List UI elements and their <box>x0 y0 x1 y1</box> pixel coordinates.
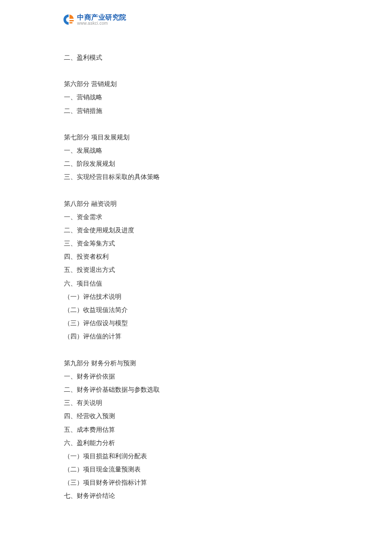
logo-text: 中商产业研究院 www.askci.com <box>77 14 127 26</box>
logo-icon <box>62 13 75 26</box>
table-of-contents: 二、盈利模式 第六部分 营销规划 一、营销战略 二、营销措施 第七部分 项目发展… <box>64 51 328 503</box>
toc-item: 七、财务评价结论 <box>64 489 328 503</box>
toc-item: 二、营销措施 <box>64 104 328 118</box>
toc-item: 三、资金筹集方式 <box>64 237 328 250</box>
toc-item: 一、财务评价依据 <box>64 370 328 383</box>
toc-sub-item: （三）评估假设与模型 <box>64 317 328 330</box>
toc-item: 一、发展战略 <box>64 144 328 157</box>
logo-title: 中商产业研究院 <box>77 14 127 21</box>
logo-url: www.askci.com <box>77 21 127 26</box>
header-logo: 中商产业研究院 www.askci.com <box>62 13 127 26</box>
toc-item: 三、有关说明 <box>64 396 328 410</box>
toc-item: 四、投资者权利 <box>64 250 328 263</box>
svg-rect-1 <box>69 22 72 23</box>
toc-item: 二、阶段发展规划 <box>64 157 328 171</box>
toc-item: 二、资金使用规划及进度 <box>64 224 328 237</box>
toc-sub-item: （二）收益现值法简介 <box>64 304 328 317</box>
svg-rect-0 <box>69 20 74 21</box>
toc-item: 三、实现经营目标采取的具体策略 <box>64 171 328 184</box>
toc-sub-item: （二）项目现金流量预测表 <box>64 463 328 476</box>
toc-sub-item: （四）评估值的计算 <box>64 330 328 343</box>
toc-item: 一、营销战略 <box>64 91 328 104</box>
toc-sub-item: （一）项目损益和利润分配表 <box>64 450 328 463</box>
toc-section-heading: 第九部分 财务分析与预测 <box>64 357 328 370</box>
toc-item: 六、项目估值 <box>64 277 328 290</box>
toc-sub-item: （三）项目财务评价指标计算 <box>64 476 328 489</box>
toc-section-heading: 第八部分 融资说明 <box>64 197 328 211</box>
toc-item: 二、财务评价基础数据与参数选取 <box>64 383 328 396</box>
toc-item: 六、盈利能力分析 <box>64 436 328 450</box>
toc-item: 一、资金需求 <box>64 211 328 224</box>
toc-item: 五、投资退出方式 <box>64 263 328 277</box>
toc-item: 二、盈利模式 <box>64 51 328 64</box>
toc-section-heading: 第六部分 营销规划 <box>64 78 328 91</box>
toc-item: 五、成本费用估算 <box>64 423 328 436</box>
toc-item: 四、经营收入预测 <box>64 410 328 423</box>
toc-sub-item: （一）评估技术说明 <box>64 290 328 304</box>
toc-section-heading: 第七部分 项目发展规划 <box>64 131 328 144</box>
